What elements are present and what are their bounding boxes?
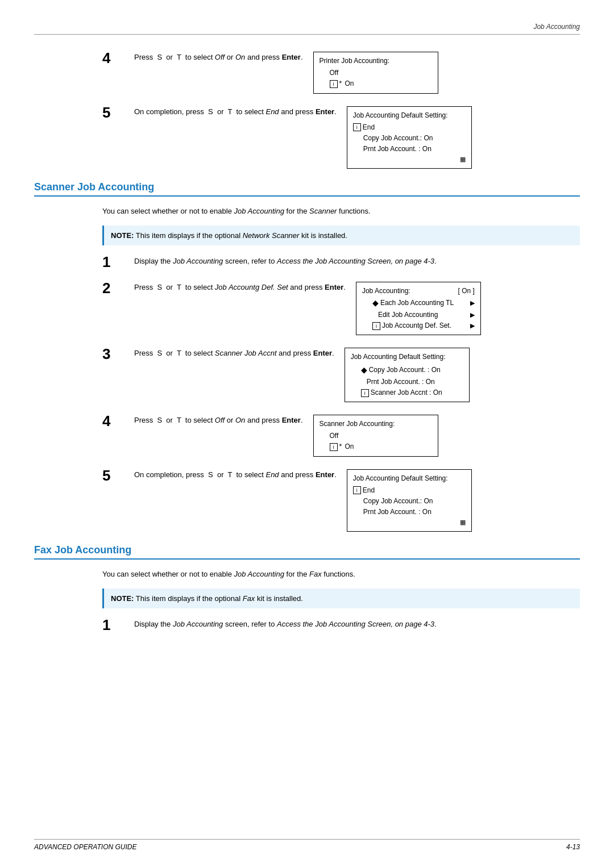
step-content: Display the Job Accounting screen, refer… — [134, 256, 580, 267]
screen-row: Prnt Job Account. : On — [353, 144, 466, 155]
screen-box: Job Accounting Default Setting: i End Co… — [347, 469, 472, 532]
icon-square: i — [330, 443, 338, 451]
step-content: Press S or T to select Off or On and pre… — [134, 52, 303, 63]
screen-title: Job Accounting: — [362, 286, 410, 297]
screen-box: Job Accounting Default Setting: ◆ Copy J… — [345, 348, 470, 402]
step-row: 4 Press S or T to select Off or On and p… — [102, 52, 580, 94]
screen-title: Job Accounting Default Setting: — [353, 110, 466, 121]
step-number: 5 — [102, 105, 125, 120]
screen-row: Prnt Job Account. : On — [353, 507, 466, 518]
fax-note: NOTE: This item displays if the optional… — [102, 589, 580, 609]
screen-title: Job Accounting Default Setting: — [353, 473, 466, 484]
screen-row: Prnt Job Account. : On — [351, 377, 463, 387]
page-footer: ADVANCED OPERATION GUIDE 4-13 — [34, 839, 580, 851]
screen-row: i End — [353, 485, 466, 496]
step-number: 1 — [102, 617, 125, 632]
step-row: 3 Press S or T to select Scanner Job Acc… — [102, 348, 580, 402]
step-with-screen: On completion, press S or T to select En… — [134, 469, 472, 532]
scanner-job-accounting-section: Scanner Job Accounting You can select wh… — [34, 181, 580, 532]
arrow-icon: ▶ — [470, 298, 475, 308]
fax-section-heading: Fax Job Accounting — [34, 544, 580, 560]
arrow-icon: ▶ — [470, 310, 475, 320]
step-row: 2 Press S or T to select Job Accountg De… — [102, 282, 580, 335]
screen-title: Scanner Job Accounting: — [320, 419, 432, 429]
step-number: 3 — [102, 347, 125, 361]
page: Job Accounting 4 Press S or T to select … — [0, 0, 614, 868]
step-content: Press S or T to select Job Accountg Def.… — [134, 282, 346, 293]
fax-intro: You can select whether or not to enable … — [102, 569, 580, 581]
step-content: Press S or T to select Off or On and pre… — [134, 415, 303, 426]
screen-row: ◆ Each Job Accounting TL ▶ — [362, 297, 475, 309]
step-content: Press S or T to select Scanner Job Accnt… — [134, 348, 334, 359]
arrow-icon: ▶ — [470, 321, 475, 331]
step-row: 5 On completion, press S or T to select … — [102, 469, 580, 532]
step-content: On completion, press S or T to select En… — [134, 106, 337, 118]
footer-right: 4-13 — [566, 843, 580, 851]
icon-square: i — [330, 80, 338, 88]
header-title: Job Accounting — [533, 23, 580, 31]
screen-row: i* On — [320, 441, 432, 452]
step-content: On completion, press S or T to select En… — [134, 469, 337, 481]
scroll-indicator: ▦ — [353, 155, 466, 165]
step-number: 4 — [102, 414, 125, 428]
footer-left: ADVANCED OPERATION GUIDE — [34, 843, 136, 851]
icon-square: i — [353, 486, 361, 494]
screen-row: ◆ Copy Job Account. : On — [351, 364, 463, 376]
step-with-screen: Press S or T to select Off or On and pre… — [134, 52, 438, 94]
step-row: 1 Display the Job Accounting screen, ref… — [102, 619, 580, 632]
fax-job-accounting-section: Fax Job Accounting You can select whethe… — [34, 544, 580, 632]
screen-row: i Job Accountg Def. Set. ▶ — [362, 320, 475, 331]
screen-status: [ On ] — [458, 286, 475, 297]
scanner-note: NOTE: This item displays if the optional… — [102, 226, 580, 246]
step-row: 5 On completion, press S or T to select … — [102, 106, 580, 169]
step-with-screen: On completion, press S or T to select En… — [134, 106, 472, 169]
screen-row: i End — [353, 122, 466, 133]
scanner-steps-area: 1 Display the Job Accounting screen, ref… — [102, 256, 580, 532]
note-box: NOTE: This item displays if the optional… — [102, 589, 580, 609]
scroll-indicator: ▦ — [353, 518, 466, 528]
screen-row: Off — [320, 431, 432, 441]
step-row: 1 Display the Job Accounting screen, ref… — [102, 256, 580, 269]
step-number: 5 — [102, 468, 125, 483]
note-box: NOTE: This item displays if the optional… — [102, 226, 580, 246]
step-with-screen: Press S or T to select Off or On and pre… — [134, 415, 438, 457]
dot-marker: ◆ — [372, 297, 379, 309]
printer-steps-area: 4 Press S or T to select Off or On and p… — [102, 52, 580, 169]
icon-square: i — [372, 322, 380, 330]
screen-row: Edit Job Accounting ▶ — [362, 310, 475, 320]
step-number: 4 — [102, 51, 125, 65]
scanner-section-heading: Scanner Job Accounting — [34, 181, 580, 197]
dot-marker: ◆ — [361, 364, 367, 376]
step-number: 1 — [102, 254, 125, 269]
screen-box: Job Accounting: [ On ] ◆ Each Job Accoun… — [356, 282, 481, 335]
screen-title: Printer Job Accounting: — [320, 56, 432, 66]
step-content: Display the Job Accounting screen, refer… — [134, 619, 580, 630]
screen-row: i* On — [320, 78, 432, 89]
screen-row: Copy Job Account.: On — [353, 496, 466, 507]
screen-box: Scanner Job Accounting: Off i* On — [313, 415, 438, 457]
fax-steps-area: 1 Display the Job Accounting screen, ref… — [102, 619, 580, 632]
screen-box: Printer Job Accounting: Off i* On — [313, 52, 438, 94]
step-row: 4 Press S or T to select Off or On and p… — [102, 415, 580, 457]
scanner-intro: You can select whether or not to enable … — [102, 206, 580, 218]
icon-square: i — [353, 123, 361, 131]
screen-box: Job Accounting Default Setting: i End Co… — [347, 106, 472, 169]
screen-row: i Scanner Job Accnt : On — [351, 387, 463, 398]
screen-row: Copy Job Account.: On — [353, 133, 466, 144]
icon-square: i — [361, 389, 369, 397]
screen-row: Off — [320, 68, 432, 78]
page-header: Job Accounting — [34, 23, 580, 35]
step-with-screen: Press S or T to select Job Accountg Def.… — [134, 282, 481, 335]
screen-row: Job Accounting: [ On ] — [362, 286, 475, 297]
printer-steps-continued: 4 Press S or T to select Off or On and p… — [34, 52, 580, 169]
screen-title: Job Accounting Default Setting: — [351, 352, 463, 362]
step-number: 2 — [102, 281, 125, 295]
step-with-screen: Press S or T to select Scanner Job Accnt… — [134, 348, 470, 402]
